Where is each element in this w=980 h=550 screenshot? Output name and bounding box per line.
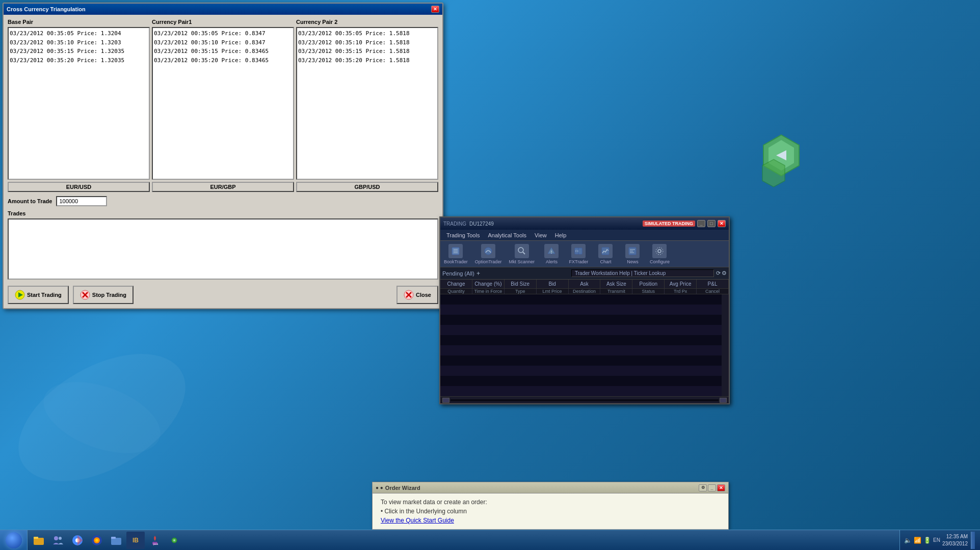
svg-point-0	[0, 327, 204, 507]
menu-help[interactable]: Help	[551, 231, 571, 239]
svg-point-47	[173, 539, 175, 541]
tws-refresh-icon[interactable]: ⟳	[716, 270, 721, 277]
tws-trading-label: TRADING	[443, 221, 466, 227]
header-type[interactable]: Type	[505, 289, 537, 294]
tws-settings-icon[interactable]: ⚙	[722, 270, 727, 277]
chart-button[interactable]: Chart	[594, 242, 617, 266]
tws-window: TRADING DU127249 SIMULATED TRADING _ □ ✕…	[439, 216, 730, 404]
taskbar-folder2-icon[interactable]	[107, 532, 125, 549]
taskbar-users-icon[interactable]	[49, 532, 67, 549]
hscroll-track[interactable]	[451, 399, 719, 401]
header-ask[interactable]: Ask	[569, 280, 601, 288]
show-desktop-button[interactable]	[970, 531, 976, 550]
tws-headers-row2: Quantity Time in Force Type Lmt Price De…	[440, 289, 729, 294]
simulated-badge: SIMULATED TRADING	[643, 221, 695, 227]
currency-pair2-list[interactable]: 03/23/2012 00:35:05 Price: 1.5818 03/23/…	[296, 27, 438, 180]
svg-rect-43	[111, 537, 116, 539]
close-main-button[interactable]: Close	[396, 286, 438, 304]
eur-usd-ticker-button[interactable]: EUR/USD	[8, 182, 150, 192]
header-bid[interactable]: Bid	[537, 280, 569, 288]
chart-icon	[598, 244, 613, 258]
tws-minimize-btn[interactable]: _	[697, 220, 705, 227]
alerts-button[interactable]: Alerts	[540, 242, 563, 266]
mkt-scanner-button[interactable]: Mkt Scanner	[507, 242, 536, 266]
header-quantity[interactable]: Quantity	[440, 289, 472, 294]
tws-empty-rows	[440, 294, 729, 396]
hscroll-left[interactable]	[442, 398, 449, 403]
optiontrader-button[interactable]: OptionTrader	[473, 242, 504, 266]
header-status[interactable]: Status	[632, 289, 665, 294]
base-pair-item-2: 03/23/2012 00:35:10 Price: 1.3203	[10, 38, 148, 47]
clock-date: 23/03/2012	[942, 540, 968, 547]
header-cancel[interactable]: Cancel	[697, 289, 729, 294]
header-change-pct[interactable]: Change (%)	[472, 280, 505, 288]
taskbar-explorer-icon[interactable]	[30, 532, 48, 549]
taskbar-tools-icon[interactable]	[165, 532, 183, 549]
header-trd-px[interactable]: Trd Px	[665, 289, 697, 294]
header-position[interactable]: Position	[632, 280, 665, 288]
header-transmit[interactable]: Transmit	[600, 289, 632, 294]
wizard-settings-btn[interactable]: ⚙	[699, 484, 707, 491]
header-pnl[interactable]: P&L	[697, 280, 729, 288]
hscroll-right[interactable]	[720, 398, 727, 403]
eur-gbp-ticker-button[interactable]: EUR/GBP	[152, 182, 294, 192]
base-pair-label: Base Pair	[8, 19, 150, 25]
taskbar-chrome-icon[interactable]	[68, 532, 87, 549]
tray-icon2: 📶	[914, 537, 921, 544]
header-time-force[interactable]: Time in Force	[472, 289, 505, 294]
amount-label: Amount to Trade	[8, 198, 52, 204]
header-destination[interactable]: Destination	[569, 289, 601, 294]
header-change[interactable]: Change	[440, 280, 472, 288]
start-trading-label: Start Trading	[27, 292, 62, 298]
quick-start-guide-link[interactable]: View the Quick Start Guide	[381, 517, 454, 524]
ticker-lookup-input[interactable]: Trader Workstation Help | Ticker Lookup	[571, 269, 714, 277]
pair1-item-3: 03/23/2012 00:35:15 Price: 0.83465	[154, 47, 292, 56]
configure-label: Configure	[650, 259, 670, 264]
booktrader-button[interactable]: BookTrader	[442, 242, 469, 266]
tws-hscroll[interactable]	[440, 396, 729, 403]
svg-rect-24	[578, 248, 582, 254]
menu-trading-tools[interactable]: Trading Tools	[442, 231, 484, 239]
base-pair-list[interactable]: 03/23/2012 00:35:05 Price: 1.3204 03/23/…	[8, 27, 150, 180]
gbp-usd-ticker-button[interactable]: GBP/USD	[296, 182, 438, 192]
currency-pair1-panel: Currency Pair1 03/23/2012 00:35:05 Price…	[152, 19, 294, 192]
tws-scrollbar[interactable]	[722, 294, 729, 396]
tws-data-area[interactable]	[440, 294, 729, 396]
currency-pair1-list[interactable]: 03/23/2012 00:35:05 Price: 0.8347 03/23/…	[152, 27, 294, 180]
clock-area[interactable]: 12:35 AM 23/03/2012	[942, 533, 968, 547]
currency-pair1-label: Currency Pair1	[152, 19, 294, 25]
pair2-item-4: 03/23/2012 00:35:20 Price: 1.5818	[298, 56, 436, 65]
amount-input[interactable]	[56, 196, 107, 206]
trades-area[interactable]	[8, 218, 438, 280]
news-button[interactable]: News	[621, 242, 644, 266]
taskbar-ib-icon[interactable]: IB	[126, 532, 145, 549]
configure-button[interactable]: Configure	[648, 242, 671, 266]
window-close-button[interactable]: ✕	[431, 6, 439, 13]
pending-add-icon[interactable]: +	[476, 270, 480, 277]
menu-view[interactable]: View	[531, 231, 551, 239]
wizard-minimize-btn[interactable]: _	[708, 484, 716, 491]
tws-maximize-btn[interactable]: □	[707, 220, 716, 227]
start-icon	[15, 290, 25, 300]
stop-trading-button[interactable]: Stop Trading	[73, 286, 134, 304]
start-trading-button[interactable]: Start Trading	[8, 286, 69, 304]
taskbar-java-icon[interactable]: java	[146, 532, 164, 549]
header-bid-size[interactable]: Bid Size	[505, 280, 537, 288]
news-icon	[625, 244, 640, 258]
start-button[interactable]	[0, 530, 28, 551]
desktop-background: Cross Currency Triangulation ✕ Base Pair…	[0, 0, 980, 550]
wizard-close-btn[interactable]: ✕	[717, 484, 725, 491]
pair1-item-1: 03/23/2012 00:35:05 Price: 0.8347	[154, 29, 292, 38]
tws-close-btn[interactable]: ✕	[718, 220, 726, 227]
menu-analytical-tools[interactable]: Analytical Tools	[484, 231, 531, 239]
ticker-lookup-placeholder: Trader Workstation Help | Ticker Lookup	[575, 270, 666, 276]
stop-trading-label: Stop Trading	[92, 292, 126, 298]
pair1-item-4: 03/23/2012 00:35:20 Price: 0.83465	[154, 56, 292, 65]
taskbar-firefox-icon[interactable]	[88, 532, 106, 549]
svg-point-35	[54, 536, 58, 540]
header-lmt-price[interactable]: Lmt Price	[537, 289, 569, 294]
fxtrader-button[interactable]: FX FXTrader	[567, 242, 590, 266]
window-title: Cross Currency Triangulation	[7, 6, 86, 12]
header-avg-price[interactable]: Avg Price	[665, 280, 697, 288]
header-ask-size[interactable]: Ask Size	[600, 280, 632, 288]
